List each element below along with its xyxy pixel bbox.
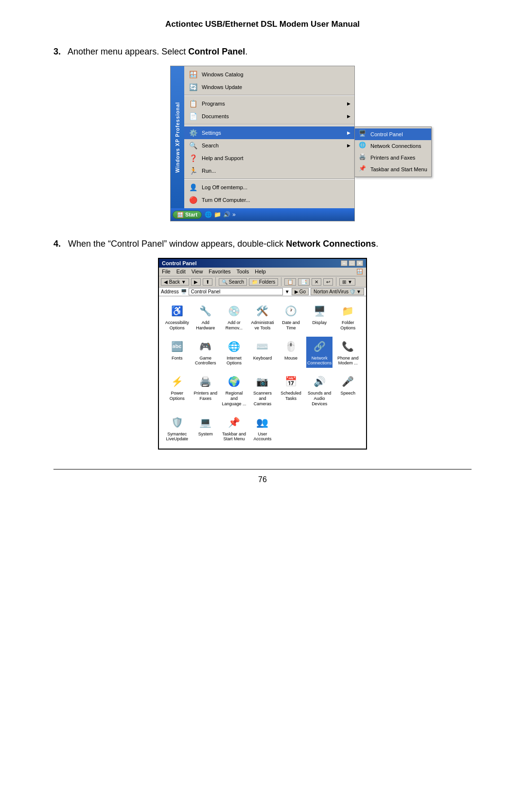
cp-icon-speech[interactable]: 🎤 Speech	[334, 372, 361, 408]
step-3: 3. Another menu appears. Select Control …	[53, 47, 472, 221]
step3-text: 3. Another menu appears. Select Control …	[53, 47, 472, 57]
add-hardware-icon: 🔧	[198, 303, 213, 319]
cp-antivirus-icon: 🛡️	[350, 289, 355, 294]
cp-undo-button[interactable]: ↩	[323, 278, 333, 286]
start-sidebar: Windows XP Professional	[171, 66, 184, 208]
menu-item-documents[interactable]: 📄 Documents ▶	[184, 110, 354, 123]
cp-address-bar: Address 🖥️ ▼ ▶ Go Norton AntiVirus 🛡️ ▼	[159, 288, 366, 296]
cp-titlebar: Control Panel − □ ×	[159, 259, 366, 268]
printers-faxes-cp-icon: 🖨️	[198, 374, 213, 389]
accessibility-icon: ♿	[169, 303, 185, 319]
settings-submenu: 🖥️ Control Panel 🌐 Network Connections 🖨…	[354, 126, 432, 177]
menu-divider-3	[184, 179, 354, 180]
cp-icon-admin-tools[interactable]: 🛠️ Administrative Tools	[249, 301, 276, 333]
cp-back-button[interactable]: ◀ Back ▼	[161, 278, 189, 286]
menu-item-search[interactable]: 🔍 Search ▶	[184, 139, 354, 152]
cp-icon-system[interactable]: 💻 System	[192, 413, 219, 444]
cp-forward-button[interactable]: ▶	[191, 278, 201, 286]
menu-item-programs[interactable]: 📋 Programs ▶	[184, 97, 354, 110]
cp-menu-edit[interactable]: Edit	[176, 269, 186, 275]
cp-minimize-button[interactable]: −	[341, 260, 348, 266]
cp-icon-add-hardware[interactable]: 🔧 Add Hardware	[192, 301, 219, 333]
cp-address-input[interactable]	[189, 288, 283, 295]
cp-folders-button[interactable]: 📁 Folders	[249, 278, 278, 286]
display-icon: 🖥️	[312, 303, 327, 319]
cp-icon-network-connections[interactable]: 🔗 Network Connections	[306, 337, 333, 368]
phone-modem-label: Phone and Modem ...	[335, 356, 360, 366]
printers-faxes-label: Printers and Faxes	[370, 155, 415, 161]
cp-icon-regional[interactable]: 🌍 Regional and Language ...	[221, 372, 247, 408]
logoff-label: Log Off oemtemp...	[202, 184, 247, 190]
datetime-label: Date and Time	[279, 320, 303, 331]
user-accounts-icon: 👥	[255, 415, 270, 430]
cp-close-button[interactable]: ×	[356, 260, 363, 266]
cp-icon-phone-modem[interactable]: 📞 Phone and Modem ...	[334, 337, 361, 368]
cp-icon-accessibility[interactable]: ♿ Accessibility Options	[164, 301, 191, 333]
printers-faxes-cp-label: Printers and Faxes	[193, 391, 218, 401]
cp-icon-fonts[interactable]: 🔤 Fonts	[164, 337, 191, 368]
cp-antivirus-button[interactable]: Norton AntiVirus 🛡️ ▼	[311, 288, 364, 295]
cp-icon-game-controllers[interactable]: 🎮 Game Controllers	[192, 337, 219, 368]
cp-search-button[interactable]: 🔍 Search	[219, 278, 247, 286]
menu-item-turnoff[interactable]: 🔴 Turn Off Computer...	[184, 194, 354, 206]
search-icon: 🔍	[188, 141, 198, 150]
cp-icon-sounds[interactable]: 🔊 Sounds and Audio Devices	[306, 372, 333, 408]
cp-delete-button[interactable]: ✕	[312, 278, 321, 286]
cp-icon-keyboard[interactable]: ⌨️ Keyboard	[249, 337, 276, 368]
cp-title: Control Panel	[162, 260, 197, 266]
submenu-control-panel[interactable]: 🖥️ Control Panel	[355, 128, 431, 140]
cp-icon-add-remove[interactable]: 💿 Add or Remov...	[221, 301, 247, 333]
cp-icon-user-accounts[interactable]: 👥 User Accounts	[249, 413, 276, 444]
taskbar-icon-3: 🔊	[223, 211, 230, 218]
cp-menu-help[interactable]: Help	[255, 269, 266, 275]
cp-up-button[interactable]: ⬆	[203, 278, 212, 286]
cp-menu-favorites[interactable]: Favorites	[209, 269, 230, 275]
scheduled-tasks-icon: 📅	[283, 374, 299, 389]
taskbar-more: »	[232, 211, 236, 218]
cp-icon-mouse[interactable]: 🖱️ Mouse	[278, 337, 304, 368]
step3-bold: Control Panel	[188, 47, 245, 56]
cp-icon-scanners[interactable]: 📷 Scanners and Cameras	[249, 372, 276, 408]
control-panel-label: Control Panel	[370, 131, 403, 137]
cp-maximize-button[interactable]: □	[349, 260, 355, 266]
cp-go-arrow: ▶	[295, 289, 298, 294]
cp-icon-taskbar-menu[interactable]: 📌 Taskbar and Start Menu	[221, 413, 247, 444]
menu-item-help[interactable]: ❓ Help and Support	[184, 152, 354, 164]
mouse-icon: 🖱️	[283, 339, 299, 354]
game-controllers-label: Game Controllers	[193, 356, 218, 366]
internet-options-icon: 🌐	[226, 339, 242, 354]
cp-icon-scheduled-tasks[interactable]: 📅 Scheduled Tasks	[278, 372, 304, 408]
cp-icon-symantec[interactable]: 🛡️ Symantec LiveUpdate	[164, 413, 191, 444]
cp-copy-button[interactable]: 📑	[298, 278, 310, 286]
cp-menu-tools[interactable]: Tools	[237, 269, 249, 275]
cp-views-button[interactable]: ⊞ ▼	[339, 278, 355, 286]
cp-go-button[interactable]: ▶ Go	[292, 288, 309, 295]
cp-icon-display[interactable]: 🖥️ Display	[306, 301, 333, 333]
menu-item-logoff[interactable]: 👤 Log Off oemtemp...	[184, 181, 354, 194]
menu-item-run[interactable]: 🏃 Run...	[184, 164, 354, 177]
cp-icon-folder-options[interactable]: 📁 Folder Options	[334, 301, 361, 333]
cp-icon-printers-faxes[interactable]: 🖨️ Printers and Faxes	[192, 372, 219, 408]
submenu-printers-faxes[interactable]: 🖨️ Printers and Faxes	[355, 152, 431, 163]
power-options-icon: ⚡	[169, 374, 185, 389]
cp-menu-view[interactable]: View	[192, 269, 203, 275]
add-remove-label: Add or Remov...	[222, 320, 246, 331]
cp-icon-datetime[interactable]: 🕐 Date and Time	[278, 301, 304, 333]
menu-item-windows-catalog[interactable]: 🪟 Windows Catalog	[184, 68, 354, 81]
cp-icon-power-options[interactable]: ⚡ Power Options	[164, 372, 191, 408]
cp-titlebar-buttons: − □ ×	[341, 260, 363, 266]
cp-address-arrow[interactable]: ▼	[285, 289, 290, 294]
menu-item-windows-update[interactable]: 🔄 Windows Update	[184, 81, 354, 93]
cp-move-button[interactable]: 📋	[284, 278, 296, 286]
menu-divider-2	[184, 124, 354, 125]
submenu-taskbar-start[interactable]: 📌 Taskbar and Start Menu	[355, 163, 431, 175]
cp-icon-internet-options[interactable]: 🌐 Internet Options	[221, 337, 247, 368]
start-button[interactable]: 🪟 Start	[173, 211, 202, 219]
windows-update-label: Windows Update	[202, 84, 242, 90]
start-button-icon: 🪟	[177, 212, 184, 218]
submenu-network-connections[interactable]: 🌐 Network Connections	[355, 140, 431, 152]
cp-menu-file[interactable]: File	[162, 269, 171, 275]
menu-item-settings[interactable]: ⚙️ Settings ▶	[184, 126, 354, 139]
turnoff-icon: 🔴	[188, 195, 198, 205]
control-panel-icon: 🖥️	[359, 130, 368, 139]
